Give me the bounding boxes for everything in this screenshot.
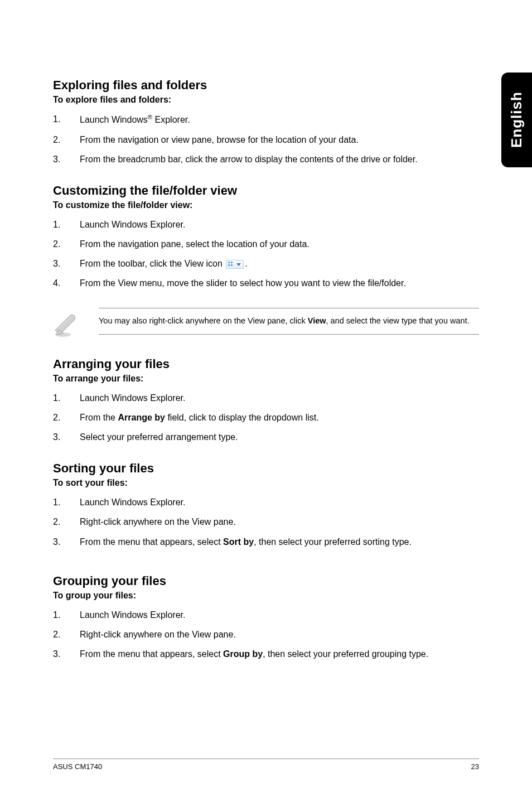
lead-customizing: To customize the file/folder view: bbox=[53, 200, 479, 210]
step-text: , then select your preferred sorting typ… bbox=[254, 537, 412, 547]
step-text: From the menu that appears, select bbox=[80, 649, 223, 659]
list-item: From the toolbar, click the View icon . bbox=[53, 254, 479, 273]
page-content: Exploring files and folders To explore f… bbox=[0, 0, 532, 664]
heading-arranging: Arranging your files bbox=[53, 357, 479, 371]
view-icon bbox=[226, 260, 244, 269]
step-bold: Group by bbox=[223, 649, 263, 659]
list-item: Select your preferred arrangement type. bbox=[53, 427, 479, 447]
step-text: From the menu that appears, select bbox=[80, 537, 223, 547]
list-item: Right-click anywhere on the View pane. bbox=[53, 625, 479, 644]
step-bold: Arrange by bbox=[118, 413, 165, 422]
step-text: Explorer. bbox=[152, 115, 190, 124]
list-item: From the breadcrumb bar, click the arrow… bbox=[53, 149, 479, 169]
list-item: Launch Windows Explorer. bbox=[53, 492, 479, 512]
heading-sorting: Sorting your files bbox=[53, 461, 479, 476]
steps-arranging: Launch Windows Explorer. From the Arrang… bbox=[53, 388, 479, 447]
footer-page-number: 23 bbox=[471, 762, 479, 771]
page-footer: ASUS CM1740 23 bbox=[53, 758, 479, 771]
step-text: . bbox=[245, 259, 247, 268]
note-text-post: , and select the view type that you want… bbox=[326, 316, 470, 325]
list-item: From the View menu, move the slider to s… bbox=[53, 273, 479, 293]
note-bold: View bbox=[308, 316, 326, 325]
list-item: From the menu that appears, select Sort … bbox=[53, 532, 479, 552]
lead-grouping: To group your files: bbox=[53, 591, 479, 601]
steps-sorting: Launch Windows Explorer. Right-click any… bbox=[53, 492, 479, 552]
footer-left: ASUS CM1740 bbox=[53, 762, 102, 771]
steps-customizing: Launch Windows Explorer. From the naviga… bbox=[53, 215, 479, 293]
step-text: field, click to display the dropdown lis… bbox=[165, 413, 319, 422]
note-icon bbox=[53, 308, 79, 340]
lead-arranging: To arrange your files: bbox=[53, 374, 479, 384]
list-item: From the navigation pane, select the loc… bbox=[53, 234, 479, 254]
heading-exploring: Exploring files and folders bbox=[53, 78, 479, 93]
list-item: Launch Windows® Explorer. bbox=[53, 109, 479, 130]
list-item: Launch Windows Explorer. bbox=[53, 388, 479, 408]
lead-sorting: To sort your files: bbox=[53, 478, 479, 488]
step-text: From the bbox=[80, 413, 118, 422]
heading-grouping: Grouping your files bbox=[53, 574, 479, 588]
steps-exploring: Launch Windows® Explorer. From the navig… bbox=[53, 109, 479, 169]
list-item: Launch Windows Explorer. bbox=[53, 215, 479, 234]
steps-grouping: Launch Windows Explorer. Right-click any… bbox=[53, 605, 479, 664]
list-item: Launch Windows Explorer. bbox=[53, 605, 479, 625]
registered-mark: ® bbox=[148, 114, 152, 120]
list-item: From the menu that appears, select Group… bbox=[53, 644, 479, 664]
list-item: Right-click anywhere on the View pane. bbox=[53, 512, 479, 532]
heading-customizing: Customizing the file/folder view bbox=[53, 183, 479, 198]
lead-exploring: To explore files and folders: bbox=[53, 95, 479, 105]
step-text: , then select your preferred grouping ty… bbox=[263, 649, 428, 659]
language-tab: English bbox=[501, 73, 532, 167]
list-item: From the Arrange by field, click to disp… bbox=[53, 408, 479, 427]
step-bold: Sort by bbox=[223, 537, 254, 547]
step-text: From the toolbar, click the View icon bbox=[80, 259, 225, 268]
note-text: You may also right-click anywhere on the… bbox=[99, 308, 479, 335]
note-text-pre: You may also right-click anywhere on the… bbox=[99, 316, 308, 325]
note-block: You may also right-click anywhere on the… bbox=[53, 308, 479, 340]
list-item: From the navigation or view pane, browse… bbox=[53, 130, 479, 149]
step-text: Launch Windows bbox=[80, 115, 148, 124]
